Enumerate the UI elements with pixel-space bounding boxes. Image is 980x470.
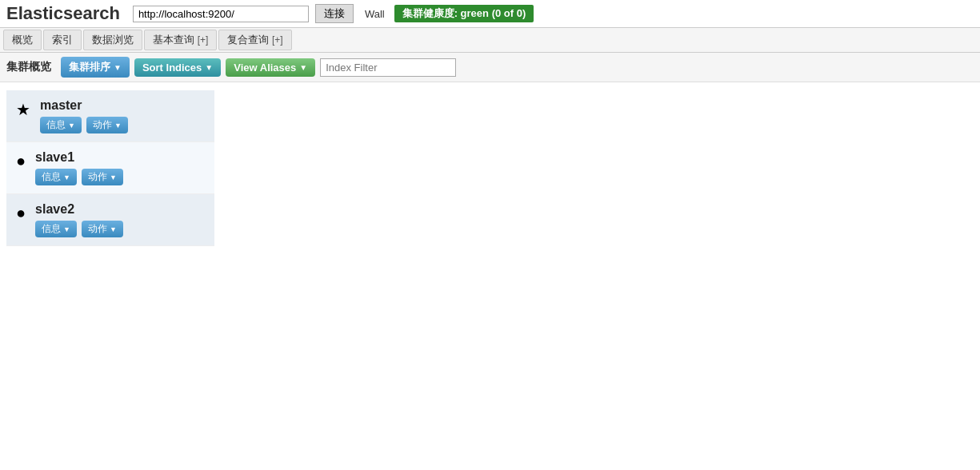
- chevron-down-icon: ▼: [110, 173, 117, 181]
- chevron-down-icon: ▼: [110, 225, 117, 233]
- chevron-down-icon: ▼: [63, 225, 70, 233]
- main-content: ★ master 信息 ▼ 动作 ▼ ● slave1: [0, 82, 980, 254]
- sort-cluster-button[interactable]: 集群排序 ▼: [61, 57, 130, 78]
- node-info-button[interactable]: 信息 ▼: [40, 117, 82, 133]
- index-filter-input[interactable]: [320, 58, 456, 77]
- node-action-button[interactable]: 动作 ▼: [82, 221, 123, 237]
- node-info-button[interactable]: 信息 ▼: [35, 169, 77, 185]
- tab-complex-query[interactable]: 复合查询 [+]: [218, 30, 291, 50]
- node-actions: 信息 ▼ 动作 ▼: [40, 117, 128, 133]
- node-info: master 信息 ▼ 动作 ▼: [40, 98, 128, 133]
- chevron-down-icon: ▼: [68, 121, 75, 129]
- node-row: ● slave1 信息 ▼ 动作 ▼: [6, 142, 214, 194]
- chevron-down-icon: ▼: [63, 173, 70, 181]
- node-name: master: [40, 98, 128, 113]
- page-label: 集群概览: [6, 60, 51, 74]
- chevron-down-icon: ▼: [114, 121, 122, 129]
- chevron-down-icon: ▼: [299, 63, 307, 72]
- node-list: ★ master 信息 ▼ 动作 ▼ ● slave1: [6, 90, 214, 246]
- node-row: ★ master 信息 ▼ 动作 ▼: [6, 90, 214, 142]
- chevron-down-icon: ▼: [205, 63, 213, 72]
- node-info-button[interactable]: 信息 ▼: [35, 221, 77, 237]
- toolbar: 集群概览 集群排序 ▼ Sort Indices ▼ View Aliases …: [0, 53, 980, 82]
- app-header: Elasticsearch 连接 Wall 集群健康度: green (0 of…: [0, 0, 980, 28]
- url-input[interactable]: [133, 6, 309, 22]
- tab-index[interactable]: 索引: [43, 30, 82, 50]
- circle-icon: ●: [16, 152, 26, 170]
- app-title: Elasticsearch: [6, 3, 120, 24]
- wall-label: Wall: [365, 8, 385, 20]
- sort-indices-button[interactable]: Sort Indices ▼: [134, 58, 221, 77]
- nav-tabs: 概览 索引 数据浏览 基本查询 [+] 复合查询 [+]: [0, 28, 980, 53]
- node-action-button[interactable]: 动作 ▼: [86, 117, 128, 133]
- tab-data-browse[interactable]: 数据浏览: [83, 30, 142, 50]
- node-name: slave2: [35, 202, 123, 217]
- circle-icon: ●: [16, 204, 26, 222]
- node-actions: 信息 ▼ 动作 ▼: [35, 221, 123, 237]
- connect-button[interactable]: 连接: [315, 4, 354, 23]
- tab-overview[interactable]: 概览: [3, 30, 42, 50]
- node-action-button[interactable]: 动作 ▼: [82, 169, 123, 185]
- node-info: slave1 信息 ▼ 动作 ▼: [35, 150, 123, 185]
- node-info: slave2 信息 ▼ 动作 ▼: [35, 202, 123, 237]
- node-name: slave1: [35, 150, 123, 165]
- star-icon: ★: [16, 100, 30, 119]
- node-actions: 信息 ▼ 动作 ▼: [35, 169, 123, 185]
- tab-basic-query[interactable]: 基本查询 [+]: [144, 30, 217, 50]
- chevron-down-icon: ▼: [114, 63, 122, 72]
- view-aliases-button[interactable]: View Aliases ▼: [226, 58, 315, 77]
- health-badge: 集群健康度: green (0 of 0): [394, 5, 534, 22]
- node-row: ● slave2 信息 ▼ 动作 ▼: [6, 194, 214, 246]
